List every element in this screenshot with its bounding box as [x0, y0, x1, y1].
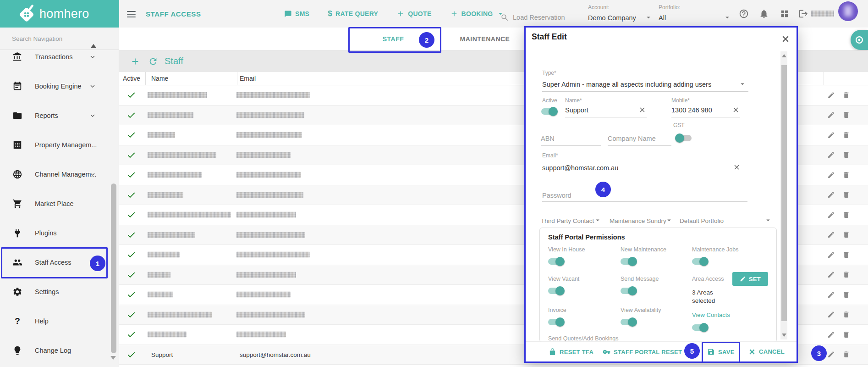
sidebar-item-reports[interactable]: Reports	[0, 101, 119, 130]
mobile-field[interactable]: 1300 246 980	[671, 106, 712, 114]
topnav-rate-query[interactable]: $RATE QUERY	[328, 9, 378, 18]
scroll-down-icon[interactable]	[782, 334, 786, 337]
sidebar-item-transactions[interactable]: Transactions	[0, 42, 119, 72]
permission-toggle-view-vacant[interactable]	[548, 288, 564, 294]
permission-toggle-maintenance-jobs[interactable]	[692, 258, 708, 265]
permission-toggle-view-in-house[interactable]	[548, 258, 564, 265]
third-party-contact-select[interactable]: Third Party Contact	[541, 217, 594, 224]
save-button[interactable]: SAVE	[707, 348, 735, 356]
topnav-booking[interactable]: BOOKING	[450, 10, 505, 18]
staff-portal-reset-button[interactable]: STAFF PORTAL RESET	[603, 348, 682, 356]
refresh-icon[interactable]	[148, 56, 158, 67]
notifications-bell-icon[interactable]	[759, 9, 769, 19]
default-portfolio-select[interactable]: Default Portfolio	[680, 217, 724, 224]
type-caret-icon[interactable]	[738, 80, 747, 88]
portfolio-select[interactable]: All	[659, 14, 666, 22]
topnav-quote[interactable]: QUOTE	[396, 10, 431, 18]
maintenance-sundry-caret-icon[interactable]	[665, 216, 673, 224]
topnav-sms[interactable]: SMS	[284, 10, 309, 18]
cancel-button[interactable]: CANCEL	[748, 348, 785, 356]
clear-email-icon[interactable]	[733, 163, 741, 171]
add-staff-icon[interactable]	[130, 56, 140, 67]
homhero-logo[interactable]: homhero	[0, 0, 119, 28]
email-field[interactable]: support@homstar.com.au	[542, 164, 618, 172]
permission-toggle-view-contacts[interactable]	[692, 324, 708, 331]
edit-icon[interactable]	[827, 291, 835, 299]
delete-icon[interactable]	[842, 131, 850, 139]
account-select[interactable]: Demo Company	[588, 14, 636, 22]
avatar[interactable]	[838, 1, 858, 21]
help-icon[interactable]	[739, 9, 749, 19]
sidebar-item-help[interactable]: ?Help	[0, 306, 119, 336]
sidebar-item-plugins[interactable]: Plugins	[0, 218, 119, 248]
delete-icon[interactable]	[842, 311, 850, 318]
gst-toggle[interactable]	[676, 135, 692, 141]
edit-icon[interactable]	[827, 350, 835, 358]
permission-toggle-view-availability[interactable]	[621, 319, 636, 325]
sidebar-item-booking-engine[interactable]: Booking Engine	[0, 72, 119, 101]
scrollbar-thumb[interactable]	[781, 65, 787, 321]
sidebar-item-property-managem[interactable]: Property Managem...	[0, 130, 119, 160]
name-field[interactable]: Support	[565, 106, 588, 114]
permission-toggle-invoice[interactable]	[548, 319, 564, 325]
clear-name-icon[interactable]	[638, 106, 646, 114]
delete-icon[interactable]	[842, 91, 850, 99]
delete-icon[interactable]	[842, 271, 850, 278]
sidebar-item-settings[interactable]: Settings	[0, 277, 119, 306]
abn-field[interactable]: ABN	[541, 135, 555, 142]
edit-icon[interactable]	[827, 111, 835, 119]
scroll-up-icon[interactable]	[782, 54, 786, 57]
edit-icon[interactable]	[827, 211, 835, 219]
panel-scrollbar[interactable]	[780, 51, 787, 339]
active-toggle[interactable]	[541, 108, 557, 115]
delete-icon[interactable]	[842, 191, 850, 199]
edit-icon[interactable]	[827, 131, 835, 139]
delete-icon[interactable]	[842, 331, 850, 339]
apps-grid-icon[interactable]	[780, 9, 790, 19]
edit-icon[interactable]	[827, 91, 835, 99]
sidebar-item-channel-managem[interactable]: Channel Managem...	[0, 160, 119, 189]
company-name-field[interactable]: Company Name	[608, 135, 656, 142]
delete-icon[interactable]	[842, 151, 850, 159]
reset-tfa-button[interactable]: RESET TFA	[549, 348, 593, 356]
portfolio-caret-icon[interactable]	[723, 13, 731, 22]
sidebar-scrollbar[interactable]	[111, 184, 116, 353]
delete-icon[interactable]	[842, 291, 850, 299]
edit-icon[interactable]	[827, 151, 835, 159]
sidebar-item-change-log[interactable]: Change Log	[0, 336, 119, 365]
logout-icon[interactable]	[798, 9, 808, 19]
edit-icon[interactable]	[827, 271, 835, 278]
third-party-contact-caret-icon[interactable]	[593, 216, 602, 224]
edit-icon[interactable]	[827, 171, 835, 179]
delete-icon[interactable]	[842, 111, 850, 119]
menu-icon[interactable]	[127, 11, 136, 19]
active-check-icon	[126, 190, 136, 200]
delete-icon[interactable]	[842, 350, 850, 358]
delete-icon[interactable]	[842, 251, 850, 259]
maintenance-sundry-select[interactable]: Maintenance Sundry	[610, 217, 666, 224]
view-contacts-link[interactable]: View Contacts	[692, 311, 730, 318]
permission-toggle-new-maintenance[interactable]	[621, 258, 636, 265]
tab-maintenance[interactable]: MAINTENANCE	[439, 28, 531, 50]
edit-icon[interactable]	[827, 251, 835, 259]
delete-icon[interactable]	[842, 171, 850, 179]
sidebar-scroll-down-icon[interactable]	[110, 356, 116, 360]
type-select[interactable]: Super Admin - manage all aspects includi…	[542, 81, 711, 88]
close-icon[interactable]	[780, 34, 791, 44]
floating-action-button[interactable]	[851, 30, 868, 50]
default-portfolio-caret-icon[interactable]	[764, 216, 772, 224]
delete-icon[interactable]	[842, 231, 850, 239]
area-access-set-button[interactable]: SET	[732, 272, 768, 286]
edit-icon[interactable]	[827, 191, 835, 199]
edit-icon[interactable]	[827, 331, 835, 339]
mobile-label: Mobile*	[671, 97, 690, 104]
clear-mobile-icon[interactable]	[732, 106, 740, 114]
edit-icon[interactable]	[827, 311, 835, 318]
permission-toggle-send-message[interactable]	[621, 288, 636, 294]
edit-icon[interactable]	[827, 231, 835, 239]
sidebar-item-market-place[interactable]: Market Place	[0, 189, 119, 218]
delete-icon[interactable]	[842, 211, 850, 219]
load-reservation-input[interactable]: Load Reservation	[500, 0, 565, 28]
account-caret-icon[interactable]	[644, 13, 653, 22]
password-field[interactable]: Password	[542, 192, 571, 199]
